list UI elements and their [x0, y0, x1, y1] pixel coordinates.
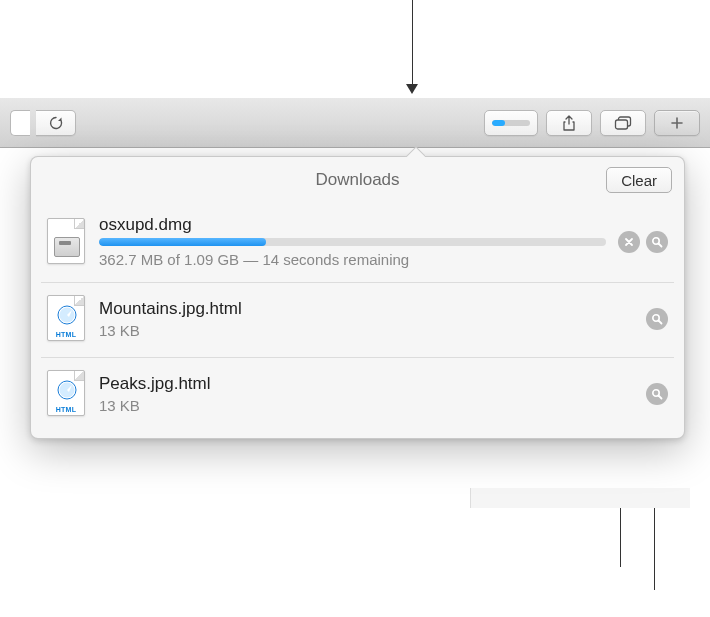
clear-button[interactable]: Clear	[606, 167, 672, 193]
download-info: Peaks.jpg.html 13 KB	[99, 374, 634, 414]
download-info: osxupd.dmg 362.7 MB of 1.09 GB — 14 seco…	[99, 215, 606, 268]
reload-icon	[49, 116, 63, 130]
downloads-toolbar-progress-fill	[492, 120, 505, 126]
share-button[interactable]	[546, 110, 592, 136]
popover-title: Downloads	[315, 170, 399, 190]
new-tab-button[interactable]	[654, 110, 700, 136]
downloads-toolbar-progress	[492, 120, 530, 126]
file-icon-html: HTML	[47, 370, 87, 418]
popover-header: Downloads Clear	[31, 157, 684, 203]
reveal-in-finder-button[interactable]	[646, 383, 668, 405]
download-actions	[618, 231, 668, 253]
download-progress-bar	[99, 238, 606, 246]
downloads-button[interactable]	[484, 110, 538, 136]
download-actions	[646, 308, 668, 330]
download-filename: Mountains.jpg.html	[99, 299, 634, 319]
reveal-in-finder-button[interactable]	[646, 231, 668, 253]
close-icon	[624, 237, 634, 247]
cancel-download-button[interactable]	[618, 231, 640, 253]
tabs-icon	[614, 116, 632, 130]
magnifier-icon	[651, 236, 663, 248]
file-type-label: HTML	[48, 331, 84, 338]
magnifier-icon	[651, 313, 663, 325]
callout-arrow-downloads	[406, 84, 418, 94]
download-item: HTML Mountains.jpg.html 13 KB	[41, 283, 674, 358]
download-list: osxupd.dmg 362.7 MB of 1.09 GB — 14 seco…	[31, 203, 684, 438]
share-icon	[562, 115, 576, 131]
file-icon-html: HTML	[47, 295, 87, 343]
download-item: osxupd.dmg 362.7 MB of 1.09 GB — 14 seco…	[41, 203, 674, 283]
magnifier-icon	[651, 388, 663, 400]
show-tabs-button[interactable]	[600, 110, 646, 136]
browser-toolbar	[0, 98, 710, 148]
svg-rect-1	[616, 120, 628, 129]
download-size-text: 13 KB	[99, 322, 634, 339]
file-icon-dmg	[47, 218, 87, 266]
file-type-label: HTML	[48, 406, 84, 413]
popover-arrow	[405, 147, 425, 157]
download-filename: Peaks.jpg.html	[99, 374, 634, 394]
callout-line-downloads	[412, 0, 413, 92]
download-filename: osxupd.dmg	[99, 215, 606, 235]
safari-compass-icon	[56, 304, 78, 326]
downloads-popover: Downloads Clear osxupd.dmg 362.7 MB of 1…	[30, 156, 685, 439]
download-progress-fill	[99, 238, 266, 246]
download-info: Mountains.jpg.html 13 KB	[99, 299, 634, 339]
download-size-text: 13 KB	[99, 397, 634, 414]
download-actions	[646, 383, 668, 405]
reload-button[interactable]	[36, 110, 76, 136]
address-bar-fragment[interactable]	[10, 110, 30, 136]
reveal-in-finder-button[interactable]	[646, 308, 668, 330]
safari-compass-icon	[56, 379, 78, 401]
plus-icon	[670, 116, 684, 130]
download-status-text: 362.7 MB of 1.09 GB — 14 seconds remaini…	[99, 251, 606, 268]
download-item: HTML Peaks.jpg.html 13 KB	[41, 358, 674, 432]
